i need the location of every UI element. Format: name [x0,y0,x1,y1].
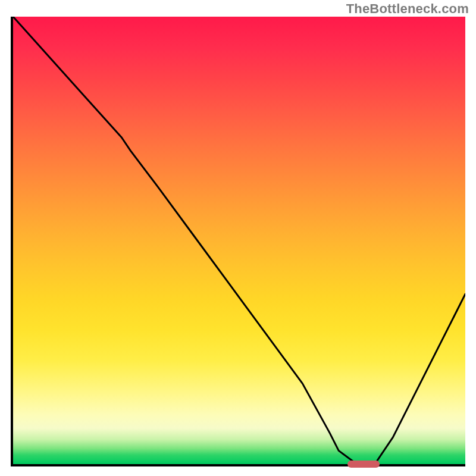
plot-area [11,17,465,466]
chart-container: TheBottleneck.com [0,0,476,476]
optimal-marker [347,461,379,468]
bottleneck-curve [13,17,465,464]
watermark-text: TheBottleneck.com [346,1,469,17]
